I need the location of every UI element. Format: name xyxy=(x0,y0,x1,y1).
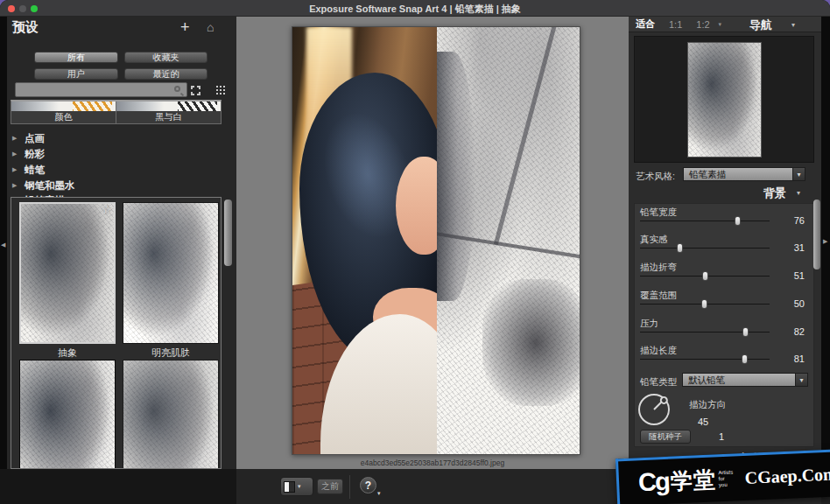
slider-pressure: 压力 82 xyxy=(635,317,813,343)
presets-scrollbar[interactable] xyxy=(224,200,232,266)
zoom-fit-button[interactable]: 适合 xyxy=(636,18,655,31)
category-bw-label: 黑与白 xyxy=(116,111,221,123)
preview-image[interactable] xyxy=(292,26,580,455)
slider-coverage: 覆盖范围 50 xyxy=(635,289,813,315)
slider-thumb[interactable] xyxy=(742,327,749,337)
zoom-options-icon[interactable] xyxy=(719,21,722,28)
presets-title: 预设 xyxy=(12,19,39,36)
preset-thumbnail[interactable] xyxy=(123,360,219,469)
tree-item-label: 钢笔和墨水 xyxy=(25,179,75,192)
filter-recent-button[interactable]: 最近的 xyxy=(124,68,208,80)
art-style-label: 艺术风格: xyxy=(636,171,675,183)
split-view-icon xyxy=(284,481,295,493)
slider-track[interactable] xyxy=(640,304,770,305)
slider-label: 铅笔宽度 xyxy=(640,206,677,219)
slider-thumb[interactable] xyxy=(735,216,741,226)
collapse-right-panel-icon[interactable]: ▶ xyxy=(823,238,827,245)
home-icon[interactable] xyxy=(207,20,214,34)
tree-item-pointillism[interactable]: 点画 xyxy=(12,131,214,145)
navigator-box[interactable] xyxy=(634,36,814,163)
random-seed-button[interactable]: 随机种子 xyxy=(640,430,691,444)
category-tabs: 颜色 黑与白 xyxy=(11,100,222,124)
sketch-dark-area xyxy=(482,279,580,406)
slider-track[interactable] xyxy=(640,359,770,360)
watermark-tagline: Artists for you xyxy=(718,470,733,488)
tree-item-pen-ink[interactable]: 钢笔和墨水 xyxy=(12,178,214,192)
help-menu-icon[interactable] xyxy=(377,490,381,497)
tree-item-label: 粉彩 xyxy=(25,148,45,161)
settings-scrollbar[interactable] xyxy=(813,200,820,270)
category-color-label: 颜色 xyxy=(11,111,116,123)
sketch-hair xyxy=(437,52,475,301)
category-bw-thumbnail xyxy=(116,102,221,111)
chevron-down-icon[interactable] xyxy=(795,374,807,386)
chevron-right-icon[interactable] xyxy=(12,182,25,189)
grid-view-icon[interactable] xyxy=(216,86,226,95)
chevron-right-icon[interactable] xyxy=(12,166,25,173)
slider-track[interactable] xyxy=(640,276,770,277)
chevron-down-icon[interactable] xyxy=(792,168,805,180)
stroke-direction-value: 45 xyxy=(698,416,708,427)
collapse-left-panel-icon[interactable]: ◀ xyxy=(1,242,5,248)
category-tab-bw[interactable]: 黑与白 xyxy=(116,102,221,123)
split-view-button[interactable] xyxy=(280,477,313,496)
collapse-thumbnails-icon[interactable] xyxy=(191,86,200,95)
category-tab-color[interactable]: 颜色 xyxy=(11,102,116,123)
slider-value: 76 xyxy=(775,215,805,226)
art-style-value: 铅笔素描 xyxy=(684,168,792,180)
chevron-down-icon[interactable] xyxy=(298,483,301,490)
tree-item-crayon[interactable]: 蜡笔 xyxy=(12,163,214,177)
zoom-1-2-button[interactable]: 1:2 xyxy=(696,19,709,30)
left-edge-strip: ◀ xyxy=(0,17,7,504)
navigator-title: 导航 xyxy=(749,18,772,33)
search-input[interactable] xyxy=(15,82,187,97)
filter-favorites-button[interactable]: 收藏夹 xyxy=(124,52,208,63)
photo-original-half xyxy=(292,27,437,455)
favorite-star-icon[interactable] xyxy=(102,203,112,216)
slider-label: 压力 xyxy=(640,318,658,330)
tree-item-label: 点画 xyxy=(25,132,45,145)
slider-value: 82 xyxy=(775,326,805,337)
slider-stroke-bend: 描边折弯 51 xyxy=(635,261,813,287)
add-preset-icon[interactable] xyxy=(180,18,190,37)
preset-label: 明亮肌肤 xyxy=(123,346,219,360)
before-button[interactable]: 之前 xyxy=(317,479,343,494)
sketch-frame-line xyxy=(494,27,558,245)
slider-thumb[interactable] xyxy=(742,354,748,364)
slider-value: 50 xyxy=(775,298,805,309)
preset-thumbnail-bright-skin[interactable] xyxy=(123,202,219,344)
slider-thumb[interactable] xyxy=(702,271,708,281)
search-icon xyxy=(174,86,180,92)
slider-thumb[interactable] xyxy=(677,243,683,253)
slider-thumb[interactable] xyxy=(701,299,707,309)
canvas-area: e4abcd3ed55e25038ab177d3d2845ff0.jpeg xyxy=(236,17,629,469)
stroke-direction-dial[interactable] xyxy=(638,394,670,425)
slider-track[interactable] xyxy=(640,248,770,249)
slider-label: 描边折弯 xyxy=(640,262,677,274)
right-edge-strip: ▶ xyxy=(821,17,830,504)
tree-item-pastel[interactable]: 粉彩 xyxy=(12,147,214,161)
slider-track[interactable] xyxy=(640,332,770,333)
navigator-collapse-icon[interactable] xyxy=(791,21,795,29)
help-button[interactable]: ? xyxy=(360,477,376,494)
stroke-direction-label: 描边方向 xyxy=(689,399,726,411)
slider-pencil-width: 铅笔宽度 76 xyxy=(635,206,813,232)
pencil-type-label: 铅笔类型 xyxy=(640,376,677,388)
background-collapse-icon[interactable] xyxy=(797,189,800,197)
slider-track[interactable] xyxy=(640,220,770,222)
presets-panel: 预设 所有 收藏夹 用户 最近的 颜色 黑与白 点画 粉彩 xyxy=(7,17,236,469)
preset-thumbnail[interactable] xyxy=(19,360,116,469)
chevron-right-icon[interactable] xyxy=(12,150,25,158)
chevron-right-icon[interactable] xyxy=(12,135,25,142)
preset-thumbnail-abstract[interactable] xyxy=(19,202,116,344)
title-bar: Exposure Software Snap Art 4 | 铅笔素描 | 抽象 xyxy=(0,0,830,17)
pencil-type-dropdown[interactable]: 默认铅笔 xyxy=(682,373,808,387)
background-controls: 铅笔宽度 76 真实感 31 描边折弯 51 覆盖范围 50 压力 xyxy=(634,203,814,447)
art-style-dropdown[interactable]: 铅笔素描 xyxy=(683,167,805,181)
slider-label: 覆盖范围 xyxy=(640,290,677,302)
filter-all-button[interactable]: 所有 xyxy=(34,52,118,63)
slider-value: 31 xyxy=(775,242,805,253)
filter-user-button[interactable]: 用户 xyxy=(34,68,118,80)
tree-item-label: 蜡笔 xyxy=(25,164,45,177)
zoom-1-1-button[interactable]: 1:1 xyxy=(669,19,682,30)
